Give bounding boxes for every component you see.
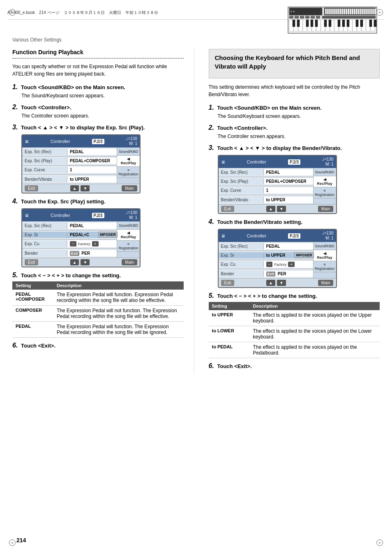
svg-rect-7 [329, 9, 331, 14]
up-btn-2[interactable]: ▲ [70, 259, 79, 265]
svg-rect-63 [338, 20, 340, 27]
svg-rect-34 [311, 16, 315, 18]
svg-rect-5 [325, 9, 327, 14]
ctrl-rows-4: Exp. Src (Rec) PEDAL Exp. Sr to UPPER MP… [219, 242, 314, 278]
svg-rect-13 [341, 9, 343, 14]
ctrl-header-3: 🖥 Controller P.2/3 ♩=130M: 1 [219, 156, 336, 168]
ctrl-footer-4: Exit ▲ ▼ Main [219, 278, 336, 287]
settings-table-right-wrap: Setting Description to UPPER The effect … [209, 302, 380, 358]
ctrl-sidebar-1: Sound/KBD ◀ Rec/Play ≡ Registration [117, 147, 140, 184]
ctrl-badge-4: P.2/3 [288, 233, 300, 239]
svg-rect-26 [368, 9, 370, 14]
down-btn-3[interactable]: ▼ [277, 206, 286, 212]
main-btn-2[interactable]: Main [122, 259, 137, 265]
right-section-box: Choosing the Keyboard for which Pitch Be… [209, 49, 380, 78]
ctrl-body-4: Exp. Src (Rec) PEDAL Exp. Sr to UPPER MP… [219, 242, 336, 278]
registration-btn-4[interactable]: ≡ Registration [314, 261, 336, 272]
col-header-desc: Description [53, 281, 184, 290]
ctrl-row: Exp. Src (Play) PEDAL+COMPOSER [22, 157, 117, 166]
up-btn-4[interactable]: ▲ [266, 280, 275, 286]
ctrl-sidebar-4: Sound/KBD ◀ Rec/Play ≡ Registration [314, 242, 336, 278]
step-5-right-header: 5. Touch < − > < + > to change the setti… [209, 292, 380, 299]
svg-rect-17 [350, 9, 351, 14]
exit-btn-3[interactable]: Exit [221, 206, 235, 212]
svg-rect-8 [331, 9, 333, 14]
step-2-left-body: The Controller screen appears. [21, 112, 184, 120]
plus-btn[interactable]: + [92, 241, 99, 246]
ctrl-footer-1: Exit ▲ ▼ Main [22, 184, 140, 193]
svg-rect-6 [327, 9, 329, 14]
ctrl-body-1: Exp. Src (Rec) PEDAL Exp. Src (Play) PED… [22, 147, 140, 184]
col-header-setting-r: Setting [209, 302, 250, 310]
main-btn-4[interactable]: Main [318, 280, 334, 286]
svg-rect-35 [316, 16, 320, 18]
step-6-right-header: 6. Touch <Exit>. [209, 362, 380, 370]
sound-kbd-btn-2[interactable]: Sound/KBD [117, 221, 140, 230]
svg-rect-24 [364, 9, 366, 14]
registration-btn[interactable]: ≡ Registration [117, 167, 140, 178]
svg-rect-60 [315, 20, 318, 27]
registration-btn-2[interactable]: ≡ Registration [117, 241, 140, 252]
step-4-left-header: 4. Touch the Exp. Src (Play) setting. [12, 198, 184, 205]
up-btn-3[interactable]: ▲ [266, 206, 275, 212]
step-2-right: 2. Touch <Controller>. The Controller sc… [209, 124, 380, 140]
ctrl-tempo-1: ♩=130M: 1 [126, 136, 137, 146]
content-wrapper: Various Other Settings Function During P… [12, 37, 380, 374]
down-btn-4[interactable]: ▼ [277, 280, 286, 286]
step-3-right-header: 3. Touch < ▲ > < ▼ > to display the Bend… [209, 144, 380, 152]
ctrl-row: Bender Exit PER [219, 269, 313, 278]
main-btn-1[interactable]: Main [122, 185, 137, 191]
down-btn-1[interactable]: ▼ [81, 185, 90, 191]
ctrl-row: Bender/Vibrato to UPPER [22, 175, 117, 184]
col-header-setting: Setting [12, 281, 53, 290]
step-2-left: 2. Touch <Controller>. The Controller sc… [12, 104, 184, 120]
plus-btn-4[interactable]: + [288, 262, 295, 267]
step-3-right: 3. Touch < ▲ > < ▼ > to display the Bend… [209, 144, 380, 214]
ctrl-row: Exp. Curve 1 [219, 186, 313, 195]
svg-rect-56 [293, 20, 295, 27]
step-4-left: 4. Touch the Exp. Src (Play) setting. 🖥 … [12, 198, 184, 267]
page-number: 214 [16, 537, 26, 543]
ctrl-header-4: 🖥 Controller P.2/3 ♩=130M: 1 [219, 230, 336, 242]
minus-btn[interactable]: − [70, 241, 76, 246]
step-5-right: 5. Touch < − > < + > to change the setti… [209, 292, 380, 358]
step-6-right: 6. Touch <Exit>. [209, 362, 380, 370]
exit-btn-4[interactable]: Exit [221, 280, 235, 286]
dotted-divider [12, 58, 184, 59]
table-row: PEDAL The Expression Pedal will function… [12, 322, 184, 338]
ctrl-tempo-4: ♩=130M: 1 [322, 231, 334, 241]
sound-kbd-btn[interactable]: Sound/KBD [117, 147, 140, 156]
ctrl-footer-3: Exit ▲ ▼ Main [219, 204, 336, 213]
main-btn-3[interactable]: Main [318, 206, 334, 212]
ctrl-row-highlight-4: Exp. Sr to UPPER MPOSER [219, 251, 313, 260]
table-row: PEDAL+COMPOSER The Expression Pedal will… [12, 290, 184, 306]
rec-play-btn[interactable]: ◀ Rec/Play [117, 156, 140, 167]
up-btn-1[interactable]: ▲ [70, 185, 79, 191]
ctrl-badge-1: P.2/3 [92, 139, 104, 144]
step-5-left: 5. Touch < − > < + > to change the setti… [12, 272, 184, 338]
rec-play-btn-2[interactable]: ◀ Rec/Play [117, 230, 140, 241]
col-header-desc-r: Description [250, 302, 380, 310]
nav-btns-2: ▲ ▼ [70, 259, 90, 265]
svg-rect-58 [306, 20, 309, 27]
rec-play-btn-4[interactable]: ◀ Rec/Play [314, 250, 336, 261]
svg-rect-27 [370, 9, 372, 14]
down-btn-2[interactable]: ▼ [81, 259, 90, 265]
svg-rect-9 [333, 9, 335, 14]
sound-kbd-btn-4[interactable]: Sound/KBD [314, 242, 336, 250]
nav-btns-1: ▲ ▼ [70, 185, 90, 191]
sound-kbd-btn-3[interactable]: Sound/KBD [314, 168, 336, 176]
svg-rect-65 [347, 20, 349, 27]
ctrl-row: Exp. Cu − Factory + [22, 240, 117, 249]
registration-btn-3[interactable]: ≡ Registration [314, 187, 336, 198]
svg-rect-15 [346, 9, 347, 14]
step-2-left-header: 2. Touch <Controller>. [12, 104, 184, 111]
svg-rect-18 [352, 9, 353, 14]
left-section-title: Function During Playback [12, 49, 184, 55]
exit-btn-1[interactable]: Exit [25, 185, 38, 191]
exit-btn-2[interactable]: Exit [25, 259, 38, 265]
step-2-right-header: 2. Touch <Controller>. [209, 124, 380, 131]
minus-btn-4[interactable]: − [266, 262, 273, 267]
left-intro: You can specify whether or not the Expre… [12, 63, 184, 78]
rec-play-btn-3[interactable]: ◀ Rec/Play [314, 176, 336, 187]
